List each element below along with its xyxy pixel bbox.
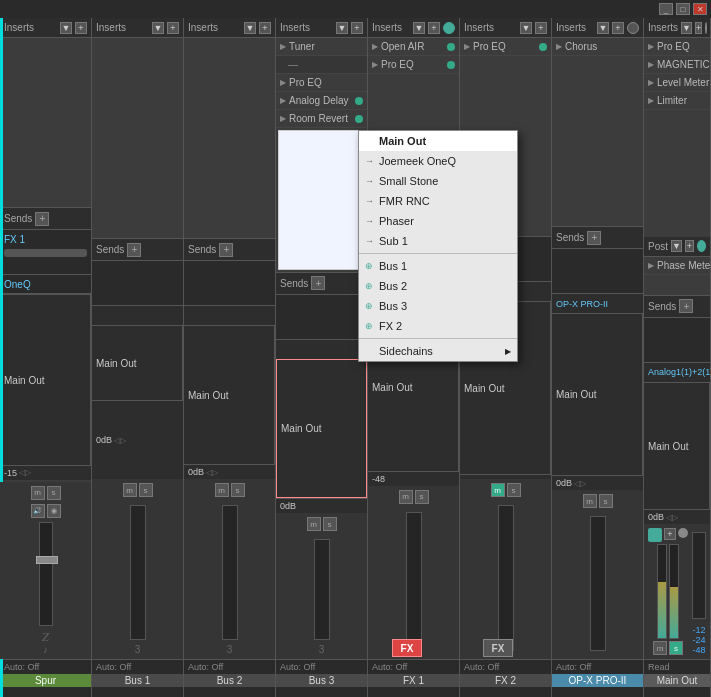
inserts-arrow-5[interactable]: ▼: [413, 22, 425, 34]
close-button[interactable]: ✕: [693, 3, 707, 15]
inserts-power-8[interactable]: [705, 22, 707, 34]
main-out-cell-4[interactable]: Main Out: [276, 359, 367, 499]
inserts-plus-2[interactable]: +: [167, 22, 179, 34]
fader-thumb-1[interactable]: [36, 556, 58, 564]
post-arrow-8[interactable]: ▼: [671, 240, 682, 252]
fader-track-1[interactable]: [39, 522, 53, 626]
sends-add-4[interactable]: +: [311, 276, 325, 290]
insert-openair[interactable]: ▶ Open AIR: [368, 38, 459, 56]
insert-roomrevert[interactable]: ▶ Room Revert: [276, 110, 367, 128]
menu-item-joemeek[interactable]: → Joemeek OneQ: [359, 151, 517, 171]
main-out-cell-3[interactable]: Main Out: [184, 325, 275, 464]
track-label-1[interactable]: Spur: [0, 674, 91, 687]
solo-7[interactable]: s: [599, 494, 613, 508]
track-label-3[interactable]: Bus 2: [184, 674, 275, 687]
menu-item-phaser[interactable]: → Phaser: [359, 211, 517, 231]
insert-proeq-8[interactable]: ▶ Pro EQ: [644, 38, 710, 56]
mute-8[interactable]: m: [653, 641, 667, 655]
inserts-power-5[interactable]: [443, 22, 455, 34]
inserts-add-1[interactable]: ▼: [60, 22, 72, 34]
mute-2[interactable]: m: [123, 483, 137, 497]
inserts-plus-4[interactable]: +: [351, 22, 363, 34]
vis-btn-1[interactable]: ◉: [47, 504, 61, 518]
track-label-8[interactable]: Main Out: [644, 674, 710, 687]
inserts-arrow-8[interactable]: ▼: [681, 22, 692, 34]
inserts-arrow-7[interactable]: ▼: [597, 22, 609, 34]
inserts-arrow-6[interactable]: ▼: [520, 22, 532, 34]
menu-item-smallstone[interactable]: → Small Stone: [359, 171, 517, 191]
io-power-8[interactable]: [678, 528, 688, 538]
fx-button-5[interactable]: FX: [392, 639, 422, 657]
solo-4[interactable]: s: [323, 517, 337, 531]
fader-track-4[interactable]: [314, 539, 330, 640]
menu-item-bus2[interactable]: ⊕ Bus 2: [359, 276, 517, 296]
inserts-arrow-3[interactable]: ▼: [244, 22, 256, 34]
insert-proeq-5[interactable]: ▶ Pro EQ: [368, 56, 459, 74]
inserts-arrow-2[interactable]: ▼: [152, 22, 164, 34]
inserts-plus-8[interactable]: +: [695, 22, 702, 34]
solo-3[interactable]: s: [231, 483, 245, 497]
fader-track-5[interactable]: [406, 512, 422, 651]
insert-analogdelay[interactable]: ▶ Analog Delay: [276, 92, 367, 110]
maximize-button[interactable]: □: [676, 3, 690, 15]
inserts-plus-1[interactable]: +: [75, 22, 87, 34]
fader-track-2[interactable]: [130, 505, 146, 640]
fader-track-8[interactable]: [692, 532, 706, 619]
menu-item-fx2[interactable]: ⊕ FX 2: [359, 316, 517, 336]
fx-button-6[interactable]: FX: [483, 639, 513, 657]
sends-add-8[interactable]: +: [679, 299, 693, 313]
inserts-plus-7[interactable]: +: [612, 22, 624, 34]
insert-levelmeter[interactable]: ▶ Level Meter: [644, 74, 710, 92]
track-label-4[interactable]: Bus 3: [276, 674, 367, 687]
solo-2[interactable]: s: [139, 483, 153, 497]
inserts-arrow-4[interactable]: ▼: [336, 22, 348, 34]
menu-item-mainout[interactable]: Main Out: [359, 131, 517, 151]
solo-8[interactable]: s: [669, 641, 683, 655]
fx-slider-1[interactable]: [4, 249, 87, 257]
insert-proeq-6[interactable]: ▶ Pro EQ: [460, 38, 551, 56]
minimize-button[interactable]: _: [659, 3, 673, 15]
sends-add-7[interactable]: +: [587, 231, 601, 245]
main-out-cell-1[interactable]: Main Out: [0, 294, 91, 464]
inserts-power-7[interactable]: [627, 22, 639, 34]
insert-magnetic2[interactable]: ▶ MAGNETIC II: [644, 56, 710, 74]
inserts-plus-3[interactable]: +: [259, 22, 271, 34]
mute-3[interactable]: m: [215, 483, 229, 497]
mute-btn-1[interactable]: m: [31, 486, 45, 500]
track-label-6[interactable]: FX 2: [460, 674, 551, 687]
inserts-plus-5[interactable]: +: [428, 22, 440, 34]
menu-item-sub1[interactable]: → Sub 1: [359, 231, 517, 251]
menu-item-fmrrnc[interactable]: → FMR RNC: [359, 191, 517, 211]
insert-proeq-4[interactable]: ▶ Pro EQ: [276, 74, 367, 92]
solo-6[interactable]: s: [507, 483, 521, 497]
fader-track-6[interactable]: [498, 505, 514, 651]
track-label-5[interactable]: FX 1: [368, 674, 459, 687]
track-label-2[interactable]: Bus 1: [92, 674, 183, 687]
fader-track-7[interactable]: [590, 516, 606, 651]
io-plus-8[interactable]: +: [664, 528, 676, 540]
main-out-cell-2[interactable]: Main Out: [92, 325, 183, 400]
sends-add-2[interactable]: +: [127, 243, 141, 257]
main-out-cell-7[interactable]: Main Out: [552, 313, 643, 475]
fader-track-3[interactable]: [222, 505, 238, 640]
insert-phasemete[interactable]: ▶ Phase Mete: [644, 257, 710, 275]
insert-tuner[interactable]: ▶ Tuner: [276, 38, 367, 56]
solo-5[interactable]: s: [415, 490, 429, 504]
mute-7[interactable]: m: [583, 494, 597, 508]
sends-add-1[interactable]: +: [35, 212, 49, 226]
inserts-plus-6[interactable]: +: [535, 22, 547, 34]
sends-add-3[interactable]: +: [219, 243, 233, 257]
mute-5[interactable]: m: [399, 490, 413, 504]
solo-btn-1[interactable]: s: [47, 486, 61, 500]
menu-item-bus3[interactable]: ⊕ Bus 3: [359, 296, 517, 316]
mute-6[interactable]: m: [491, 483, 505, 497]
insert-chorus[interactable]: ▶ Chorus: [552, 38, 643, 56]
menu-item-bus1[interactable]: ⊕ Bus 1: [359, 256, 517, 276]
mute-btn-2-1[interactable]: 🔊: [31, 504, 45, 518]
post-power-8[interactable]: [697, 240, 706, 252]
post-plus-8[interactable]: +: [685, 240, 694, 252]
insert-dash[interactable]: —: [276, 56, 367, 74]
io-btn-8[interactable]: [648, 528, 662, 542]
mute-4[interactable]: m: [307, 517, 321, 531]
insert-limiter[interactable]: ▶ Limiter: [644, 92, 710, 110]
